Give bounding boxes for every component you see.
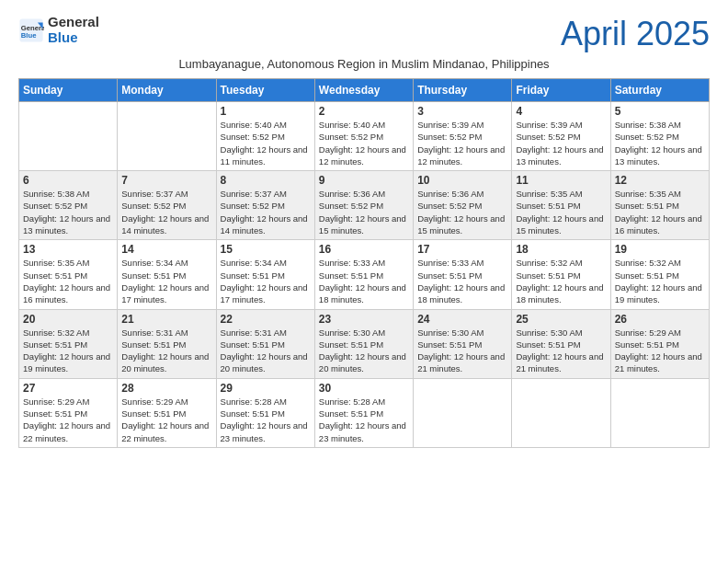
logo-text: General Blue (48, 15, 99, 45)
col-header-tuesday: Tuesday (216, 79, 314, 102)
calendar-cell: 17Sunrise: 5:33 AM Sunset: 5:51 PM Dayli… (414, 240, 512, 309)
calendar-cell: 8Sunrise: 5:37 AM Sunset: 5:52 PM Daylig… (216, 171, 314, 240)
calendar-cell: 26Sunrise: 5:29 AM Sunset: 5:51 PM Dayli… (610, 309, 709, 378)
month-title: April 2025 (561, 15, 710, 53)
day-number: 8 (221, 174, 311, 187)
calendar-cell: 22Sunrise: 5:31 AM Sunset: 5:51 PM Dayli… (216, 309, 314, 378)
calendar-cell: 4Sunrise: 5:39 AM Sunset: 5:52 PM Daylig… (512, 102, 610, 171)
day-info: Sunrise: 5:32 AM Sunset: 5:51 PM Dayligh… (23, 327, 113, 375)
day-info: Sunrise: 5:28 AM Sunset: 5:51 PM Dayligh… (221, 396, 311, 444)
title-block: April 2025 (561, 15, 710, 53)
day-number: 28 (121, 382, 211, 395)
day-info: Sunrise: 5:28 AM Sunset: 5:51 PM Dayligh… (319, 396, 409, 444)
col-header-monday: Monday (118, 79, 216, 102)
day-number: 17 (417, 243, 507, 256)
day-info: Sunrise: 5:30 AM Sunset: 5:51 PM Dayligh… (516, 327, 606, 375)
day-number: 20 (23, 313, 113, 326)
calendar-cell (512, 378, 610, 447)
day-info: Sunrise: 5:38 AM Sunset: 5:52 PM Dayligh… (615, 119, 705, 167)
day-number: 21 (121, 313, 211, 326)
week-row-4: 20Sunrise: 5:32 AM Sunset: 5:51 PM Dayli… (19, 309, 710, 378)
week-row-1: 1Sunrise: 5:40 AM Sunset: 5:52 PM Daylig… (19, 102, 710, 171)
day-info: Sunrise: 5:33 AM Sunset: 5:51 PM Dayligh… (319, 257, 409, 305)
calendar-cell: 1Sunrise: 5:40 AM Sunset: 5:52 PM Daylig… (216, 102, 314, 171)
day-info: Sunrise: 5:39 AM Sunset: 5:52 PM Dayligh… (516, 119, 606, 167)
day-number: 2 (319, 105, 409, 118)
logo-icon: General Blue (18, 17, 44, 43)
calendar-header: SundayMondayTuesdayWednesdayThursdayFrid… (19, 79, 710, 102)
calendar-cell (414, 378, 512, 447)
calendar-cell: 12Sunrise: 5:35 AM Sunset: 5:51 PM Dayli… (610, 171, 709, 240)
calendar-cell: 2Sunrise: 5:40 AM Sunset: 5:52 PM Daylig… (314, 102, 413, 171)
day-info: Sunrise: 5:31 AM Sunset: 5:51 PM Dayligh… (221, 327, 311, 375)
logo: General Blue General Blue (18, 15, 99, 45)
day-info: Sunrise: 5:36 AM Sunset: 5:52 PM Dayligh… (417, 188, 507, 236)
day-number: 1 (221, 105, 311, 118)
day-number: 16 (319, 243, 409, 256)
day-number: 29 (221, 382, 311, 395)
col-header-thursday: Thursday (414, 79, 512, 102)
page: General Blue General Blue April 2025 Lum… (0, 0, 728, 563)
day-info: Sunrise: 5:35 AM Sunset: 5:51 PM Dayligh… (516, 188, 606, 236)
calendar-cell (610, 378, 709, 447)
calendar-cell: 18Sunrise: 5:32 AM Sunset: 5:51 PM Dayli… (512, 240, 610, 309)
calendar-cell: 29Sunrise: 5:28 AM Sunset: 5:51 PM Dayli… (216, 378, 314, 447)
day-number: 11 (516, 174, 606, 187)
calendar-cell: 16Sunrise: 5:33 AM Sunset: 5:51 PM Dayli… (314, 240, 413, 309)
day-number: 25 (516, 313, 606, 326)
calendar-cell: 30Sunrise: 5:28 AM Sunset: 5:51 PM Dayli… (314, 378, 413, 447)
day-info: Sunrise: 5:33 AM Sunset: 5:51 PM Dayligh… (417, 257, 507, 305)
day-number: 19 (615, 243, 705, 256)
calendar-cell: 13Sunrise: 5:35 AM Sunset: 5:51 PM Dayli… (19, 240, 118, 309)
day-number: 3 (417, 105, 507, 118)
day-number: 5 (615, 105, 705, 118)
logo-blue-text: Blue (48, 30, 99, 46)
day-number: 15 (221, 243, 311, 256)
week-row-5: 27Sunrise: 5:29 AM Sunset: 5:51 PM Dayli… (19, 378, 710, 447)
day-number: 26 (615, 313, 705, 326)
col-header-sunday: Sunday (19, 79, 118, 102)
day-info: Sunrise: 5:34 AM Sunset: 5:51 PM Dayligh… (121, 257, 211, 305)
logo-general-text: General (48, 15, 99, 30)
col-header-friday: Friday (512, 79, 610, 102)
calendar-body: 1Sunrise: 5:40 AM Sunset: 5:52 PM Daylig… (19, 102, 710, 448)
day-info: Sunrise: 5:32 AM Sunset: 5:51 PM Dayligh… (516, 257, 606, 305)
day-info: Sunrise: 5:35 AM Sunset: 5:51 PM Dayligh… (615, 188, 705, 236)
day-info: Sunrise: 5:37 AM Sunset: 5:52 PM Dayligh… (121, 188, 211, 236)
calendar-cell: 7Sunrise: 5:37 AM Sunset: 5:52 PM Daylig… (118, 171, 216, 240)
day-info: Sunrise: 5:38 AM Sunset: 5:52 PM Dayligh… (23, 188, 113, 236)
day-number: 4 (516, 105, 606, 118)
day-number: 24 (417, 313, 507, 326)
day-number: 22 (221, 313, 311, 326)
calendar-cell (19, 102, 118, 171)
day-info: Sunrise: 5:30 AM Sunset: 5:51 PM Dayligh… (319, 327, 409, 375)
calendar-cell: 23Sunrise: 5:30 AM Sunset: 5:51 PM Dayli… (314, 309, 413, 378)
week-row-3: 13Sunrise: 5:35 AM Sunset: 5:51 PM Dayli… (19, 240, 710, 309)
calendar-cell: 21Sunrise: 5:31 AM Sunset: 5:51 PM Dayli… (118, 309, 216, 378)
calendar-cell: 15Sunrise: 5:34 AM Sunset: 5:51 PM Dayli… (216, 240, 314, 309)
day-number: 18 (516, 243, 606, 256)
day-info: Sunrise: 5:40 AM Sunset: 5:52 PM Dayligh… (319, 119, 409, 167)
calendar-cell: 10Sunrise: 5:36 AM Sunset: 5:52 PM Dayli… (414, 171, 512, 240)
day-info: Sunrise: 5:32 AM Sunset: 5:51 PM Dayligh… (615, 257, 705, 305)
header: General Blue General Blue April 2025 (18, 15, 710, 53)
calendar-table: SundayMondayTuesdayWednesdayThursdayFrid… (18, 78, 710, 448)
day-info: Sunrise: 5:39 AM Sunset: 5:52 PM Dayligh… (417, 119, 507, 167)
day-info: Sunrise: 5:29 AM Sunset: 5:51 PM Dayligh… (23, 396, 113, 444)
day-info: Sunrise: 5:37 AM Sunset: 5:52 PM Dayligh… (221, 188, 311, 236)
day-number: 30 (319, 382, 409, 395)
day-info: Sunrise: 5:29 AM Sunset: 5:51 PM Dayligh… (615, 327, 705, 375)
day-info: Sunrise: 5:36 AM Sunset: 5:52 PM Dayligh… (319, 188, 409, 236)
day-number: 10 (417, 174, 507, 187)
week-row-2: 6Sunrise: 5:38 AM Sunset: 5:52 PM Daylig… (19, 171, 710, 240)
calendar-cell: 6Sunrise: 5:38 AM Sunset: 5:52 PM Daylig… (19, 171, 118, 240)
calendar-cell: 20Sunrise: 5:32 AM Sunset: 5:51 PM Dayli… (19, 309, 118, 378)
day-number: 27 (23, 382, 113, 395)
calendar-cell: 25Sunrise: 5:30 AM Sunset: 5:51 PM Dayli… (512, 309, 610, 378)
col-header-saturday: Saturday (610, 79, 709, 102)
calendar-cell: 27Sunrise: 5:29 AM Sunset: 5:51 PM Dayli… (19, 378, 118, 447)
calendar-cell: 14Sunrise: 5:34 AM Sunset: 5:51 PM Dayli… (118, 240, 216, 309)
day-info: Sunrise: 5:30 AM Sunset: 5:51 PM Dayligh… (417, 327, 507, 375)
day-number: 13 (23, 243, 113, 256)
header-row: SundayMondayTuesdayWednesdayThursdayFrid… (19, 79, 710, 102)
